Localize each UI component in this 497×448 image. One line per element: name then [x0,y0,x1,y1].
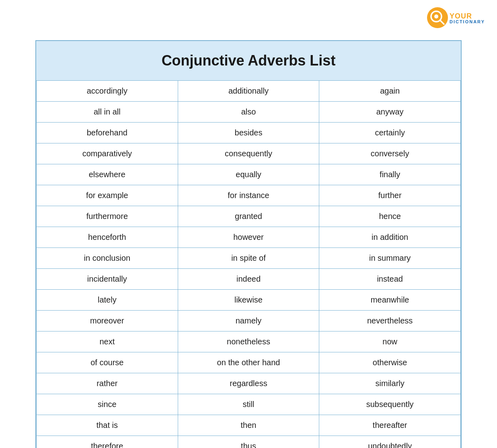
table-cell: otherwise [319,352,461,373]
table-cell: besides [178,123,319,143]
table-cell: henceforth [37,227,178,248]
table-row: sincestillsubsequently [37,394,461,415]
table-cell: nevertheless [319,311,461,331]
table-cell: then [178,415,319,436]
table-row: moreovernamelynevertheless [37,311,461,331]
table-row: ratherregardlesssimilarly [37,373,461,394]
table-cell: however [178,227,319,248]
table-row: for examplefor instancefurther [37,185,461,206]
table-cell: in conclusion [37,248,178,269]
table-row: of courseon the other handotherwise [37,352,461,373]
table-cell: incidentally [37,269,178,290]
table-cell: indeed [178,269,319,290]
table-cell: lately [37,290,178,311]
table-cell: hence [319,206,461,227]
table-cell: instead [319,269,461,290]
table-cell: that is [37,415,178,436]
table-cell: thus [178,436,319,448]
table-row: comparativelyconsequentlyconversely [37,143,461,164]
table-cell: equally [178,164,319,185]
table-cell: meanwhile [319,290,461,311]
table-row: nextnonethelessnow [37,331,461,352]
table-row: furthermoregrantedhence [37,206,461,227]
table-row: accordinglyadditionallyagain [37,81,461,102]
conjunctive-adverbs-table: accordinglyadditionallyagainall in allal… [36,80,461,448]
table-cell: granted [178,206,319,227]
table-cell: for example [37,185,178,206]
table-cell: for instance [178,185,319,206]
table-cell: regardless [178,373,319,394]
table-row: henceforthhoweverin addition [37,227,461,248]
logo: YOUR DICTIONARY [427,7,485,29]
svg-line-2 [440,20,444,24]
table-cell: on the other hand [178,352,319,373]
table-cell: rather [37,373,178,394]
table-cell: therefore [37,436,178,448]
table-row: latelylikewisemeanwhile [37,290,461,311]
logo-your: YOUR [450,12,485,20]
table-cell: of course [37,352,178,373]
table-cell: thereafter [319,415,461,436]
table-row: beforehandbesidescertainly [37,123,461,143]
table-row: all in allalsoanyway [37,102,461,123]
table-cell: likewise [178,290,319,311]
table-cell: now [319,331,461,352]
table-row: incidentallyindeedinstead [37,269,461,290]
table-title: Conjunctive Adverbs List [36,41,461,80]
table-cell: undoubtedly [319,436,461,448]
table-cell: furthermore [37,206,178,227]
table-cell: moreover [37,311,178,331]
table-cell: in spite of [178,248,319,269]
table-cell: subsequently [319,394,461,415]
table-cell: similarly [319,373,461,394]
table-cell: again [319,81,461,102]
table-cell: all in all [37,102,178,123]
table-cell: in summary [319,248,461,269]
table-cell: further [319,185,461,206]
table-row: elsewhereequallyfinally [37,164,461,185]
table-cell: certainly [319,123,461,143]
logo-dictionary: DICTIONARY [450,20,485,24]
table-cell: since [37,394,178,415]
table-cell: comparatively [37,143,178,164]
table-cell: anyway [319,102,461,123]
table-row: in conclusionin spite ofin summary [37,248,461,269]
table-cell: next [37,331,178,352]
table-cell: namely [178,311,319,331]
table-cell: elsewhere [37,164,178,185]
logo-text: YOUR DICTIONARY [450,12,485,24]
table-cell: additionally [178,81,319,102]
table-cell: conversely [319,143,461,164]
svg-point-1 [434,14,438,18]
table-cell: finally [319,164,461,185]
table-cell: still [178,394,319,415]
table-cell: also [178,102,319,123]
table-row: thereforethusundoubtedly [37,436,461,448]
table-cell: accordingly [37,81,178,102]
table-cell: nonetheless [178,331,319,352]
main-table-container: Conjunctive Adverbs List accordinglyaddi… [35,40,462,448]
table-cell: in addition [319,227,461,248]
logo-icon [427,7,448,28]
table-cell: beforehand [37,123,178,143]
table-row: that isthenthereafter [37,415,461,436]
table-cell: consequently [178,143,319,164]
